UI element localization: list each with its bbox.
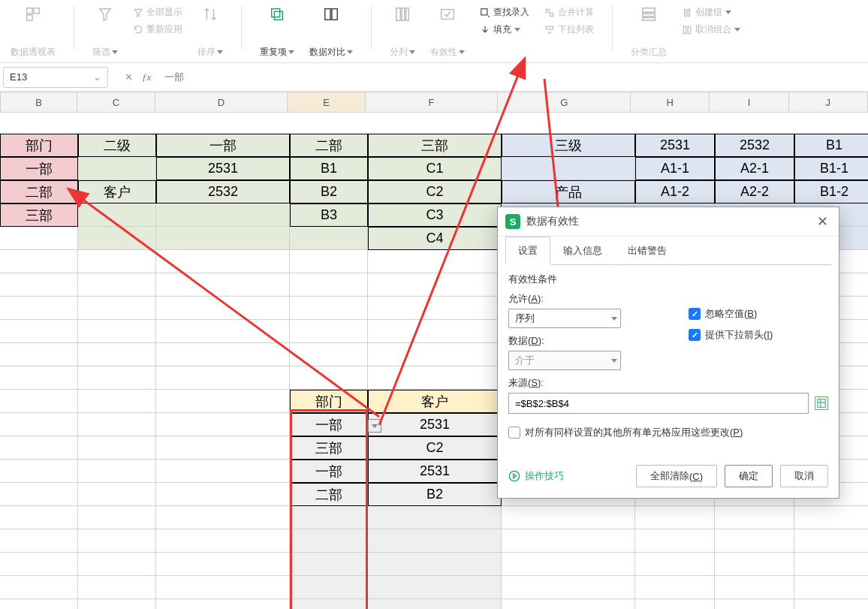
cell-F5[interactable]: C4 [368, 227, 502, 250]
ribbon-ungroup[interactable]: 取消组合 [682, 23, 740, 36]
cell-F4[interactable]: C3 [368, 204, 502, 227]
source-input[interactable] [508, 393, 809, 414]
cell-C16[interactable] [78, 483, 156, 506]
cell-F21[interactable] [368, 599, 502, 609]
ribbon-consolidate[interactable]: 合并计算 [544, 6, 594, 19]
cell-F15[interactable]: 2531 [368, 460, 502, 483]
cell-C8[interactable] [78, 297, 156, 320]
col-header-I[interactable]: I [710, 92, 788, 113]
ok-button[interactable]: 确定 [725, 465, 773, 487]
cell-C3[interactable]: 客户 [78, 180, 156, 204]
cell-F19[interactable] [368, 553, 502, 576]
cell-D18[interactable] [156, 529, 290, 553]
checkbox-unchecked-icon[interactable] [508, 427, 520, 439]
cell-H18[interactable] [635, 529, 715, 553]
cancel-button[interactable]: 取消 [780, 465, 828, 487]
cell-F3[interactable]: C2 [368, 180, 502, 204]
cell-D5[interactable] [156, 227, 290, 250]
cell-J20[interactable] [794, 576, 868, 599]
cell-C15[interactable] [78, 460, 156, 483]
fx-icon[interactable]: ƒx [142, 71, 151, 83]
cancel-formula-icon[interactable]: ✕ [125, 71, 133, 83]
cell-F1[interactable]: 三部 [368, 134, 502, 157]
in-cell-dropdown-check[interactable]: ✓提供下拉箭头(I) [689, 328, 773, 342]
cell-G17[interactable] [502, 506, 635, 529]
formula-bar-value[interactable]: 一部 [164, 71, 184, 84]
ribbon-fill[interactable]: 填充 [480, 23, 529, 36]
cell-D1[interactable]: 一部 [156, 134, 290, 157]
cell-J3[interactable]: B1-2 [794, 180, 868, 204]
cell-B9[interactable] [0, 320, 78, 343]
tab-error-alert[interactable]: 出错警告 [615, 237, 680, 265]
cell-E6[interactable] [290, 250, 368, 273]
cell-D6[interactable] [156, 250, 290, 273]
cell-C9[interactable] [78, 320, 156, 343]
cell-D21[interactable] [156, 599, 290, 609]
cell-B18[interactable] [0, 529, 78, 553]
cell-B12[interactable] [0, 390, 78, 413]
cell-J1[interactable]: B1 [794, 134, 868, 157]
cell-J2[interactable]: B1-1 [794, 157, 868, 180]
cell-B14[interactable] [0, 436, 78, 460]
cell-B6[interactable] [0, 250, 78, 273]
range-picker-icon[interactable] [815, 396, 828, 410]
cell-D17[interactable] [156, 506, 290, 529]
ribbon-compare[interactable]: 数据对比 [309, 6, 353, 59]
ribbon-reapply[interactable]: 重新应用 [133, 23, 182, 36]
cell-F2[interactable]: C1 [368, 157, 502, 180]
cell-I18[interactable] [715, 529, 794, 553]
cell-I17[interactable] [715, 506, 794, 529]
cell-D7[interactable] [156, 273, 290, 297]
col-header-B[interactable]: B [0, 92, 77, 113]
col-header-H[interactable]: H [631, 92, 710, 113]
ribbon-split[interactable]: 分列 [390, 6, 415, 59]
cell-B21[interactable] [0, 599, 78, 609]
ribbon-validity[interactable]: 有效性 [430, 6, 465, 59]
cell-E1[interactable]: 二部 [290, 134, 368, 157]
allow-combo[interactable]: 序列 [508, 309, 621, 328]
cell-C5[interactable] [78, 227, 156, 250]
name-box[interactable]: E13 ⌄ [3, 67, 108, 88]
col-header-J[interactable]: J [789, 92, 868, 113]
cell-H2[interactable]: A1-1 [635, 157, 715, 180]
cell-H1[interactable]: 2531 [635, 134, 715, 157]
cell-F12[interactable]: 客户 [368, 390, 502, 413]
cell-B17[interactable] [0, 506, 78, 529]
close-icon[interactable]: ✕ [813, 213, 831, 230]
col-header-C[interactable]: C [77, 92, 155, 113]
cell-E2[interactable]: B1 [290, 157, 368, 180]
cell-E8[interactable] [290, 297, 368, 320]
cell-F9[interactable] [368, 320, 502, 343]
cell-C2[interactable] [78, 157, 156, 180]
cell-I20[interactable] [715, 576, 794, 599]
cell-I21[interactable] [715, 599, 794, 609]
cell-F18[interactable] [368, 529, 502, 553]
cell-C13[interactable] [78, 413, 156, 436]
cell-F16[interactable]: B2 [368, 483, 502, 506]
cell-J21[interactable] [794, 599, 868, 609]
ribbon-filter[interactable]: 筛选 [92, 6, 118, 59]
cell-F8[interactable] [368, 297, 502, 320]
cell-J18[interactable] [794, 529, 868, 553]
ribbon-subtotal[interactable]: 分类汇总 [631, 6, 667, 59]
col-header-D[interactable]: D [155, 92, 288, 113]
cell-F13[interactable]: 2531 [368, 413, 502, 436]
col-header-F[interactable]: F [366, 92, 499, 113]
col-header-G[interactable]: G [498, 92, 631, 113]
cell-C21[interactable] [78, 599, 156, 609]
cell-D19[interactable] [156, 553, 290, 576]
cell-B1[interactable]: 部门 [0, 134, 78, 157]
cell-H20[interactable] [635, 576, 715, 599]
cell-D16[interactable] [156, 483, 290, 506]
cell-F17[interactable] [368, 506, 502, 529]
cell-I2[interactable]: A2-1 [715, 157, 794, 180]
cell-H3[interactable]: A1-2 [635, 180, 715, 204]
cell-B13[interactable] [0, 413, 78, 436]
cell-J17[interactable] [794, 506, 868, 529]
cell-C11[interactable] [78, 366, 156, 390]
cell-C12[interactable] [78, 390, 156, 413]
cell-G3[interactable]: 产品 [502, 180, 635, 204]
cell-J19[interactable] [794, 553, 868, 576]
cell-D20[interactable] [156, 576, 290, 599]
cell-D3[interactable]: 2532 [156, 180, 290, 204]
